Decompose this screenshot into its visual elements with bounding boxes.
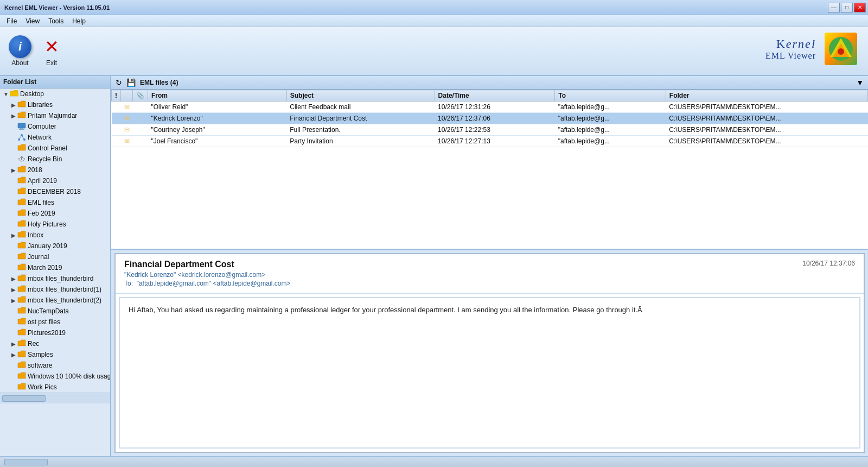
table-row[interactable]: ✉ "Oliver Reid" Client Feedback mail 10/…: [112, 102, 868, 113]
expand-arrow-computer[interactable]: [10, 123, 17, 130]
sidebar-item-ost-pst[interactable]: ost pst files: [0, 317, 110, 327]
sidebar-item-rec[interactable]: ▶Rec: [0, 338, 110, 349]
sidebar-item-feb2019[interactable]: Feb 2019: [0, 208, 110, 219]
sidebar-item-mbox2[interactable]: ▶mbox files_thunderbird(1): [0, 284, 110, 295]
maximize-button[interactable]: □: [841, 3, 853, 12]
expand-arrow-january2019[interactable]: [10, 242, 17, 250]
col-subject[interactable]: Subject: [286, 90, 435, 102]
expand-arrow-desktop[interactable]: ▼: [2, 90, 10, 98]
tree-label-january2019: January 2019: [28, 242, 67, 250]
close-button[interactable]: ✕: [854, 3, 866, 12]
email-list-header: ↻ 💾 EML files (4) ▼: [111, 76, 868, 90]
sidebar-item-january2019[interactable]: January 2019: [0, 241, 110, 251]
col-to[interactable]: To: [555, 90, 666, 102]
sidebar-item-pritam[interactable]: ▶Pritam Majumdar: [0, 110, 110, 121]
folder-tree: ▼Desktop▶Libraries▶Pritam MajumdarComput…: [0, 89, 110, 393]
tree-label-rec: Rec: [28, 340, 39, 348]
expand-arrow-samples[interactable]: ▶: [10, 351, 17, 358]
expand-arrow-2018[interactable]: ▶: [10, 166, 17, 174]
expand-arrow-dec2018[interactable]: [10, 188, 17, 195]
table-row[interactable]: ✉ "Joel Francisco" Party Invitation 10/2…: [112, 136, 868, 147]
expand-arrow-journal[interactable]: [10, 253, 17, 261]
col-attach[interactable]: 📎: [133, 90, 148, 102]
expand-arrow-network[interactable]: [10, 134, 17, 141]
toolbar: i About ✕ Exit Kernel EML Viewer: [0, 27, 868, 76]
email-table[interactable]: ! 📎 From Subject Date/Time To Folder ✉: [111, 90, 868, 249]
sidebar-item-april2019[interactable]: April 2019: [0, 175, 110, 186]
expand-arrow-feb2019[interactable]: [10, 210, 17, 217]
sidebar-item-mbox1[interactable]: ▶mbox files_thunderbird: [0, 273, 110, 284]
sidebar-item-desktop[interactable]: ▼Desktop: [0, 89, 110, 99]
minimize-button[interactable]: —: [828, 3, 840, 12]
expand-arrow-ost-pst[interactable]: [10, 318, 17, 326]
sidebar-item-dec2018[interactable]: DECEMBER 2018: [0, 186, 110, 197]
expand-arrow-recycle-bin[interactable]: [10, 155, 17, 163]
expand-arrow-win10[interactable]: [10, 373, 17, 380]
sidebar-item-work-pics[interactable]: Work Pics: [0, 382, 110, 393]
expand-icon[interactable]: ▼: [856, 78, 864, 87]
sidebar-item-nuctempdata[interactable]: NucTempData: [0, 306, 110, 317]
sidebar-item-samples[interactable]: ▶Samples: [0, 349, 110, 360]
exit-icon: ✕: [40, 35, 63, 58]
logo-image: [825, 33, 857, 65]
about-button[interactable]: i About: [9, 35, 31, 67]
expand-arrow-march2019[interactable]: [10, 264, 17, 272]
sidebar-item-pictures2019[interactable]: Pictures2019: [0, 327, 110, 338]
menu-help[interactable]: Help: [68, 16, 90, 26]
sidebar-item-win10[interactable]: Windows 10 100% disk usage: [0, 371, 110, 382]
expand-arrow-software[interactable]: [10, 362, 17, 369]
table-row[interactable]: ✉ "Courtney Joseph" Full Presentation. 1…: [112, 124, 868, 136]
sidebar-item-software[interactable]: software: [0, 360, 110, 371]
sidebar-item-control-panel[interactable]: Control Panel: [0, 143, 110, 154]
col-flag[interactable]: !: [112, 90, 121, 102]
sidebar-item-inbox[interactable]: ▶Inbox: [0, 230, 110, 241]
expand-arrow-holy-pictures[interactable]: [10, 220, 17, 228]
folder-icon-software: [17, 361, 26, 370]
sidebar-item-emlfiles[interactable]: EML files: [0, 197, 110, 208]
exit-button[interactable]: ✕ Exit: [40, 35, 63, 67]
col-from[interactable]: From: [148, 90, 287, 102]
expand-arrow-inbox[interactable]: ▶: [10, 231, 17, 239]
expand-arrow-control-panel[interactable]: [10, 144, 17, 152]
tree-label-work-pics: Work Pics: [28, 383, 57, 391]
expand-arrow-mbox1[interactable]: ▶: [10, 275, 17, 282]
email-preview-header: Financial Department Cost "Kedrick Loren…: [116, 254, 864, 293]
expand-arrow-mbox3[interactable]: ▶: [10, 296, 17, 304]
sidebar-item-march2019[interactable]: March 2019: [0, 262, 110, 273]
expand-arrow-april2019[interactable]: [10, 177, 17, 185]
expand-arrow-libraries[interactable]: ▶: [10, 101, 17, 109]
expand-arrow-work-pics[interactable]: [10, 383, 17, 391]
refresh-icon[interactable]: ↻: [116, 78, 122, 87]
sidebar-item-holy-pictures[interactable]: Holy Pictures: [0, 219, 110, 230]
menu-file[interactable]: File: [2, 16, 21, 26]
tree-label-network: Network: [28, 134, 52, 141]
sidebar-item-computer[interactable]: Computer: [0, 121, 110, 132]
svg-line-11: [22, 135, 24, 140]
sidebar-item-journal[interactable]: Journal: [0, 251, 110, 262]
folder-icon-2018: [17, 166, 26, 174]
expand-arrow-mbox2[interactable]: ▶: [10, 286, 17, 293]
table-row[interactable]: ✉ "Kedrick Lorenzo" Financial Department…: [112, 113, 868, 124]
save-icon[interactable]: 💾: [126, 78, 136, 87]
expand-arrow-emlfiles[interactable]: [10, 199, 17, 206]
status-bar: [0, 456, 868, 467]
sidebar-item-2018[interactable]: ▶2018: [0, 165, 110, 175]
expand-arrow-rec[interactable]: ▶: [10, 340, 17, 348]
cell-folder-0: C:\USERS\PRITAMM\DESKTOP\EM...: [666, 102, 867, 113]
col-folder[interactable]: Folder: [666, 90, 867, 102]
sidebar-item-libraries[interactable]: ▶Libraries: [0, 99, 110, 110]
menu-tools[interactable]: Tools: [44, 16, 68, 26]
expand-arrow-pictures2019[interactable]: [10, 329, 17, 337]
sidebar-item-mbox3[interactable]: ▶mbox files_thunderbird(2): [0, 295, 110, 306]
sidebar-item-network[interactable]: Network: [0, 132, 110, 143]
status-scrollbar[interactable]: [4, 459, 48, 465]
expand-arrow-pritam[interactable]: ▶: [10, 112, 17, 119]
cell-datetime-1: 10/26/17 12:37:06: [435, 113, 555, 124]
menu-view[interactable]: View: [21, 16, 44, 26]
sidebar-item-recycle-bin[interactable]: Recycle Bin: [0, 154, 110, 165]
col-datetime[interactable]: Date/Time: [435, 90, 555, 102]
col-type[interactable]: [121, 90, 133, 102]
tree-label-pictures2019: Pictures2019: [28, 329, 66, 337]
folder-icon-march2019: [17, 263, 26, 272]
expand-arrow-nuctempdata[interactable]: [10, 307, 17, 315]
